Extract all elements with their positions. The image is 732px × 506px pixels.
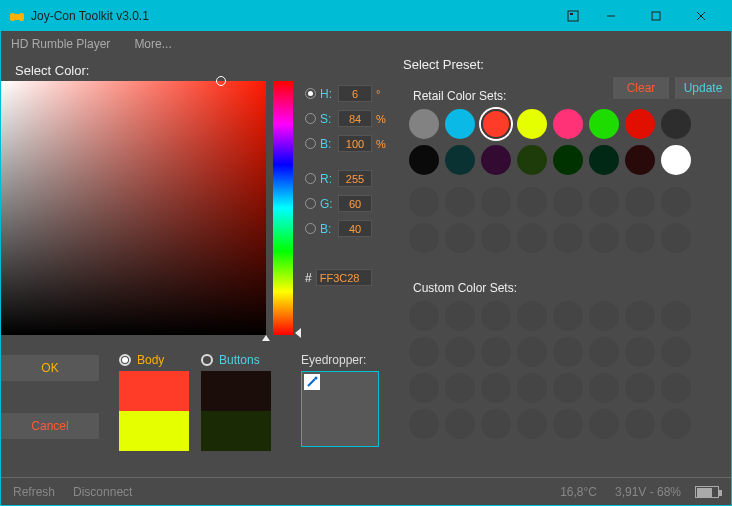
preset-swatch[interactable] — [553, 109, 583, 139]
ok-button[interactable]: OK — [1, 355, 99, 381]
preset-swatch[interactable] — [481, 145, 511, 175]
preset-swatch[interactable] — [589, 337, 619, 367]
input-r[interactable] — [338, 170, 372, 187]
radio-body[interactable] — [119, 354, 131, 366]
preset-swatch[interactable] — [445, 187, 475, 217]
preset-swatch[interactable] — [445, 145, 475, 175]
preset-swatch[interactable] — [409, 373, 439, 403]
preset-swatch[interactable] — [553, 223, 583, 253]
preset-swatch[interactable] — [481, 373, 511, 403]
preset-swatch[interactable] — [517, 109, 547, 139]
preset-swatch[interactable] — [661, 109, 691, 139]
preset-swatch[interactable] — [553, 337, 583, 367]
preset-swatch[interactable] — [661, 187, 691, 217]
preset-swatch[interactable] — [409, 187, 439, 217]
preset-swatch[interactable] — [553, 373, 583, 403]
preset-swatch[interactable] — [589, 373, 619, 403]
preset-swatch[interactable] — [481, 223, 511, 253]
preset-swatch[interactable] — [445, 409, 475, 439]
preset-swatch[interactable] — [445, 301, 475, 331]
preset-swatch[interactable] — [661, 409, 691, 439]
preset-swatch[interactable] — [589, 301, 619, 331]
preset-swatch[interactable] — [661, 145, 691, 175]
preset-swatch[interactable] — [409, 145, 439, 175]
preset-swatch[interactable] — [517, 145, 547, 175]
preset-swatch[interactable] — [517, 409, 547, 439]
preset-swatch[interactable] — [517, 187, 547, 217]
preset-swatch[interactable] — [481, 301, 511, 331]
preset-swatch[interactable] — [517, 337, 547, 367]
preset-swatch[interactable] — [481, 109, 511, 139]
preset-swatch[interactable] — [409, 409, 439, 439]
eyedropper-icon[interactable] — [304, 374, 320, 390]
preset-swatch[interactable] — [661, 223, 691, 253]
menu-more[interactable]: More... — [134, 37, 171, 51]
body-swatch-bottom[interactable] — [119, 411, 189, 451]
preset-swatch[interactable] — [481, 337, 511, 367]
preset-swatch[interactable] — [625, 409, 655, 439]
preset-swatch[interactable] — [625, 337, 655, 367]
radio-h[interactable] — [305, 88, 316, 99]
preset-swatch[interactable] — [517, 373, 547, 403]
clear-button[interactable]: Clear — [613, 77, 669, 99]
preset-swatch[interactable] — [409, 301, 439, 331]
radio-s[interactable] — [305, 113, 316, 124]
preset-swatch[interactable] — [625, 223, 655, 253]
minimize-button[interactable] — [588, 1, 633, 31]
preset-swatch[interactable] — [409, 337, 439, 367]
preset-swatch[interactable] — [553, 301, 583, 331]
window-extra-icon[interactable] — [558, 9, 588, 23]
input-bb[interactable] — [338, 220, 372, 237]
footer-disconnect[interactable]: Disconnect — [73, 485, 132, 499]
input-g[interactable] — [338, 195, 372, 212]
preset-swatch[interactable] — [553, 145, 583, 175]
preset-swatch[interactable] — [625, 373, 655, 403]
preset-swatch[interactable] — [517, 301, 547, 331]
preset-swatch[interactable] — [553, 409, 583, 439]
preset-swatch[interactable] — [589, 409, 619, 439]
preset-swatch[interactable] — [517, 223, 547, 253]
eyedropper-box[interactable] — [301, 371, 379, 447]
color-field[interactable] — [1, 81, 266, 335]
preset-swatch[interactable] — [589, 109, 619, 139]
hex-input[interactable] — [316, 269, 372, 286]
preset-swatch[interactable] — [553, 187, 583, 217]
radio-g[interactable] — [305, 198, 316, 209]
close-button[interactable] — [678, 1, 723, 31]
cancel-button[interactable]: Cancel — [1, 413, 99, 439]
input-b[interactable] — [338, 135, 372, 152]
preset-swatch[interactable] — [445, 109, 475, 139]
preset-swatch[interactable] — [589, 145, 619, 175]
preset-swatch[interactable] — [661, 373, 691, 403]
radio-r[interactable] — [305, 173, 316, 184]
preset-swatch[interactable] — [661, 337, 691, 367]
preset-swatch[interactable] — [409, 109, 439, 139]
preset-swatch[interactable] — [589, 187, 619, 217]
preset-swatch[interactable] — [589, 223, 619, 253]
preset-swatch[interactable] — [661, 301, 691, 331]
preset-swatch[interactable] — [445, 337, 475, 367]
preset-swatch[interactable] — [445, 373, 475, 403]
preset-swatch[interactable] — [625, 109, 655, 139]
preset-swatch[interactable] — [481, 187, 511, 217]
hue-slider[interactable] — [273, 81, 293, 335]
input-h[interactable] — [338, 85, 372, 102]
radio-buttons[interactable] — [201, 354, 213, 366]
preset-swatch[interactable] — [481, 409, 511, 439]
preset-swatch[interactable] — [445, 223, 475, 253]
preset-swatch[interactable] — [625, 187, 655, 217]
preset-swatch[interactable] — [625, 145, 655, 175]
buttons-swatch-top[interactable] — [201, 371, 271, 411]
preset-swatch[interactable] — [625, 301, 655, 331]
radio-b[interactable] — [305, 138, 316, 149]
footer-refresh[interactable]: Refresh — [13, 485, 55, 499]
preset-swatch[interactable] — [409, 223, 439, 253]
body-radio-row[interactable]: Body — [119, 353, 197, 367]
menu-rumble[interactable]: HD Rumble Player — [11, 37, 110, 51]
input-s[interactable] — [338, 110, 372, 127]
body-swatch-top[interactable] — [119, 371, 189, 411]
buttons-swatch-bottom[interactable] — [201, 411, 271, 451]
maximize-button[interactable] — [633, 1, 678, 31]
update-button[interactable]: Update — [675, 77, 731, 99]
buttons-radio-row[interactable]: Buttons — [201, 353, 279, 367]
